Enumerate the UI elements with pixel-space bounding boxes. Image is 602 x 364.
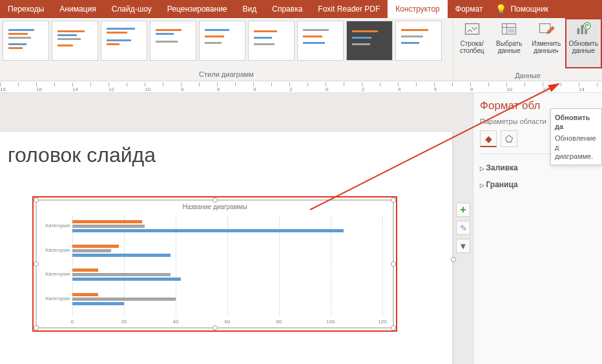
swap-icon [463, 21, 481, 39]
svg-rect-4 [508, 29, 514, 33]
chart-bar[interactable] [72, 225, 145, 228]
tab-slideshow[interactable]: Слайд-шоу [104, 0, 160, 18]
lightbulb-icon: 💡 [495, 4, 506, 14]
chart-style-thumb[interactable] [346, 21, 393, 61]
chart-style-thumb[interactable] [297, 21, 344, 61]
horizontal-ruler: 1816141210864202468101214161820222426283… [0, 81, 602, 93]
edit-table-icon [537, 21, 555, 39]
border-section[interactable]: Граница [480, 176, 596, 193]
tab-animation[interactable]: Анимация [52, 0, 103, 18]
tooltip-body: Обновление д [555, 134, 597, 152]
chart-style-thumb[interactable] [199, 21, 245, 61]
chart-bar[interactable] [72, 293, 98, 296]
chevron-down-icon: ▾ [556, 49, 559, 54]
chart-style-thumb[interactable] [150, 21, 196, 61]
chart-bar[interactable] [72, 273, 171, 276]
ribbon-body: Стили диаграмм Строка/ столбец Выбрать д… [0, 18, 602, 81]
chart-style-thumb[interactable] [395, 21, 442, 61]
chart-style-thumb[interactable] [101, 21, 147, 61]
svg-rect-0 [465, 24, 479, 34]
chart-style-thumb[interactable] [52, 21, 98, 61]
tab-design[interactable]: Конструктор [388, 0, 447, 18]
chart-bar[interactable] [72, 245, 119, 248]
workspace: головок слайда Название диаграммы 020406… [0, 93, 602, 364]
data-group-label: Данные [453, 70, 602, 81]
resize-handle[interactable] [213, 197, 218, 203]
chart-plot-area[interactable]: 020406080100120КатегорияКатегорияКатегор… [72, 216, 386, 316]
resize-handle[interactable] [34, 197, 39, 203]
tab-view[interactable]: Вид [235, 0, 265, 18]
chart-elements-button[interactable]: + [456, 203, 470, 217]
chart-filters-button[interactable]: ▼ [456, 239, 470, 253]
resize-handle[interactable] [451, 257, 456, 262]
chart-bar[interactable] [72, 220, 142, 223]
table-select-icon [500, 21, 518, 39]
chart-title[interactable]: Название диаграммы [37, 203, 393, 210]
ribbon-tabs: Переходы Анимация Слайд-шоу Рецензирован… [0, 0, 602, 18]
chart-styles-group: Стили диаграмм [0, 18, 453, 81]
tab-format[interactable]: Формат [448, 0, 491, 18]
tab-transitions[interactable]: Переходы [0, 0, 52, 18]
resize-handle[interactable] [391, 197, 396, 203]
tell-me[interactable]: 💡 Помощник [495, 0, 548, 18]
svg-rect-8 [585, 30, 588, 34]
chart-bar[interactable] [72, 278, 181, 281]
chart-bar[interactable] [72, 268, 98, 272]
resize-handle[interactable] [213, 325, 218, 330]
tooltip-body: диаграмме. [555, 152, 597, 161]
refresh-data-button[interactable]: Обновить данные [565, 18, 603, 68]
svg-rect-7 [581, 25, 584, 34]
tab-help[interactable]: Справка [264, 0, 310, 18]
chart-bar[interactable] [72, 229, 344, 232]
chart-styles-button[interactable]: ✎ [456, 221, 470, 235]
chart-data-group: Строка/ столбец Выбрать данные Изменить … [453, 18, 602, 81]
effects-tab-icon[interactable]: ⬠ [501, 130, 517, 147]
tab-review[interactable]: Рецензирование [160, 0, 235, 18]
svg-rect-6 [577, 28, 580, 34]
refresh-chart-icon [574, 21, 592, 39]
edit-data-button[interactable]: Изменить данные▾ [528, 18, 565, 68]
chart-bar[interactable] [72, 254, 171, 257]
tooltip: Обновить да Обновление д диаграмме. [550, 108, 602, 165]
select-data-button[interactable]: Выбрать данные [491, 18, 528, 68]
chart-object[interactable]: Название диаграммы 020406080100120Катего… [36, 199, 394, 329]
switch-row-column-button[interactable]: Строка/ столбец [453, 18, 491, 68]
slide-title[interactable]: головок слайда [8, 143, 156, 167]
chart-side-tools: + ✎ ▼ [456, 203, 470, 253]
fill-line-tab-icon[interactable]: ◆ [480, 130, 497, 147]
helper-label: Помощник [510, 5, 548, 14]
styles-group-label: Стили диаграмм [3, 69, 450, 79]
resize-handle[interactable] [391, 325, 396, 330]
slide-editor[interactable]: головок слайда Название диаграммы 020406… [0, 93, 473, 364]
resize-handle[interactable] [391, 261, 396, 267]
chart-style-thumb[interactable] [3, 21, 49, 61]
tab-foxit[interactable]: Foxit Reader PDF [310, 0, 388, 18]
chart-bar[interactable] [72, 298, 176, 301]
tooltip-title: Обновить да [555, 113, 597, 132]
svg-point-9 [584, 23, 591, 30]
chart-bar[interactable] [72, 249, 111, 252]
chart-style-thumb[interactable] [248, 21, 295, 61]
chart-bar[interactable] [72, 302, 124, 305]
resize-handle[interactable] [34, 325, 39, 330]
slide-canvas[interactable]: головок слайда Название диаграммы 020406… [0, 132, 452, 364]
resize-handle[interactable] [34, 261, 39, 267]
